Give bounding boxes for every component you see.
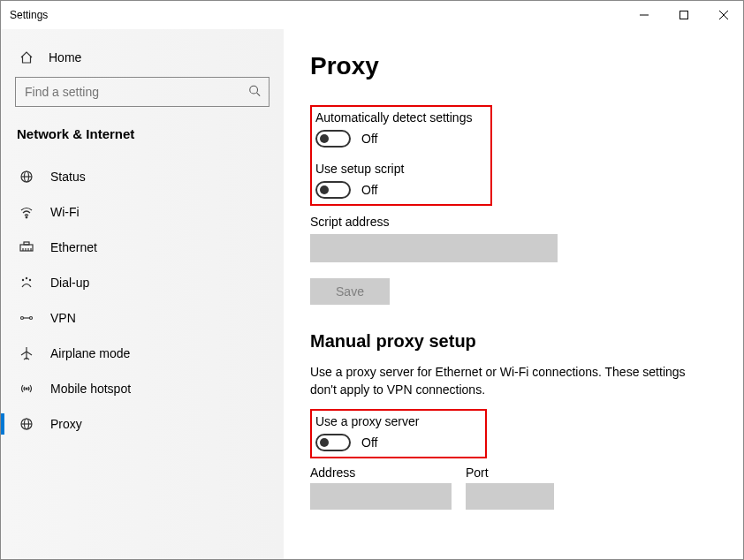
sidebar-item-vpn[interactable]: VPN xyxy=(15,300,270,336)
main-pane: Proxy Automatically detect settings Off … xyxy=(284,29,743,559)
sidebar-item-proxy[interactable]: Proxy xyxy=(15,406,270,442)
port-label: Port xyxy=(466,465,554,480)
sidebar-item-label: VPN xyxy=(50,311,76,325)
port-input[interactable] xyxy=(466,483,554,510)
use-proxy-state: Off xyxy=(361,435,377,450)
setup-script-state: Off xyxy=(361,183,377,197)
window-title: Settings xyxy=(10,9,48,21)
script-address-label: Script address xyxy=(310,215,717,229)
manual-description: Use a proxy server for Ethernet or Wi-Fi… xyxy=(310,364,699,398)
search-input[interactable] xyxy=(15,77,270,107)
svg-point-22 xyxy=(26,388,27,390)
close-button[interactable] xyxy=(703,1,743,29)
proxy-icon xyxy=(19,417,34,431)
svg-rect-11 xyxy=(24,242,29,245)
sidebar-item-status[interactable]: Status xyxy=(15,159,270,194)
sidebar-item-label: Mobile hotspot xyxy=(50,382,131,396)
setup-script-toggle[interactable] xyxy=(315,181,351,199)
script-address-input[interactable] xyxy=(310,234,558,262)
highlight-box-manual: Use a proxy server Off xyxy=(310,409,487,458)
category-title: Network & Internet xyxy=(17,126,270,141)
svg-point-20 xyxy=(30,317,33,320)
sidebar-item-label: Status xyxy=(50,170,86,184)
svg-point-17 xyxy=(26,277,27,278)
vpn-icon xyxy=(19,311,34,325)
dialup-icon xyxy=(19,276,34,290)
sidebar-item-dialup[interactable]: Dial-up xyxy=(15,265,270,300)
sidebar-item-label: Airplane mode xyxy=(50,346,130,360)
search-wrap xyxy=(15,77,270,107)
save-button[interactable]: Save xyxy=(310,278,390,305)
sidebar-item-label: Proxy xyxy=(50,417,82,431)
svg-point-19 xyxy=(21,317,24,320)
home-icon xyxy=(19,50,34,64)
svg-point-4 xyxy=(250,86,258,94)
maximize-button[interactable] xyxy=(664,1,703,29)
svg-point-9 xyxy=(26,216,27,218)
search-icon xyxy=(248,85,261,100)
auto-detect-state: Off xyxy=(361,132,377,146)
address-label: Address xyxy=(310,465,452,480)
hotspot-icon xyxy=(19,382,34,396)
home-link[interactable]: Home xyxy=(15,45,270,77)
use-proxy-label: Use a proxy server xyxy=(315,414,478,428)
sidebar-item-label: Wi-Fi xyxy=(50,205,80,219)
sidebar-item-label: Dial-up xyxy=(50,276,89,290)
minimize-button[interactable] xyxy=(624,1,664,29)
sidebar-item-hotspot[interactable]: Mobile hotspot xyxy=(15,371,270,406)
sidebar: Home Network & Internet Status Wi-Fi xyxy=(1,29,284,559)
svg-point-16 xyxy=(22,279,23,280)
use-proxy-toggle[interactable] xyxy=(315,434,351,451)
ethernet-icon xyxy=(19,240,34,254)
svg-line-5 xyxy=(257,93,261,96)
wifi-icon xyxy=(19,205,34,219)
address-input[interactable] xyxy=(310,483,452,510)
airplane-icon xyxy=(19,346,34,360)
sidebar-item-ethernet[interactable]: Ethernet xyxy=(15,230,270,265)
manual-heading: Manual proxy setup xyxy=(310,331,717,352)
highlight-box-auto: Automatically detect settings Off Use se… xyxy=(310,105,492,206)
auto-detect-label: Automatically detect settings xyxy=(315,110,483,125)
auto-detect-toggle[interactable] xyxy=(315,130,351,148)
svg-rect-1 xyxy=(679,11,687,19)
setup-script-label: Use setup script xyxy=(315,162,483,176)
status-icon xyxy=(19,170,34,184)
svg-point-18 xyxy=(29,279,30,280)
home-label: Home xyxy=(49,50,81,64)
page-title: Proxy xyxy=(310,52,717,80)
sidebar-item-wifi[interactable]: Wi-Fi xyxy=(15,194,270,230)
nav-list: Status Wi-Fi Ethernet Dial-up xyxy=(15,159,270,442)
titlebar: Settings xyxy=(1,1,743,29)
sidebar-item-airplane[interactable]: Airplane mode xyxy=(15,336,270,371)
sidebar-item-label: Ethernet xyxy=(50,240,97,254)
